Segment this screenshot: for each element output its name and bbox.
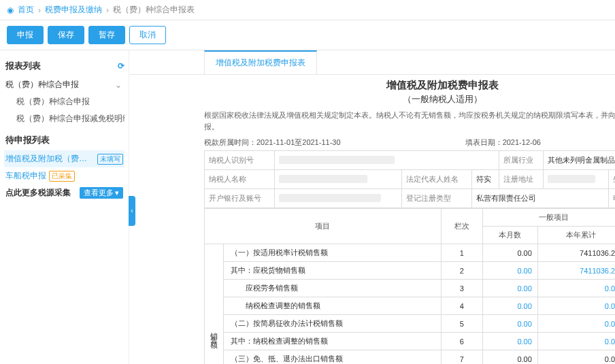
cell-col: 7 (441, 350, 482, 365)
cell-item: 应税劳务销售额 (224, 280, 442, 297)
stash-button[interactable]: 暂存 (88, 26, 125, 44)
see-more-button[interactable]: 查看更多▾ (80, 187, 123, 199)
cell-col: 4 (441, 297, 482, 315)
cell-value: 0.00 (483, 244, 538, 262)
pending-item-2[interactable]: 车船税申报 已采集 (4, 167, 124, 184)
declare-button[interactable]: 申报 (7, 26, 44, 44)
cell-item: 其中：纳税检查调整的销售额 (224, 333, 442, 350)
th-item: 项目 (205, 209, 442, 244)
crumb-home[interactable]: 首页 (18, 4, 34, 16)
cell-value[interactable]: 0.00 (483, 315, 538, 333)
val-industry: 其他未列明金属制品制造 (544, 151, 615, 170)
lbl-name: 纳税人名称 (205, 170, 275, 189)
cell-value[interactable]: 0.00 (537, 280, 615, 297)
val-nsrsbh (275, 151, 499, 170)
cell-value: 7411036.20 (537, 244, 615, 262)
cell-value[interactable]: 7411036.20 (537, 262, 615, 280)
lbl-regtype: 登记注册类型 (401, 189, 471, 208)
table-row: 纳税检查调整的销售额40.000.000.00 (205, 297, 616, 315)
cell-item: （三）免、抵、退办法出口销售额 (224, 350, 442, 365)
pending-item-1[interactable]: 增值税及附加税（费）申报（一般… 未填写 (4, 150, 124, 167)
chevron-right-icon: › (38, 5, 41, 15)
pending-title: 待申报列表 (5, 134, 50, 146)
cell-item: （二）按简易征收办法计税销售额 (224, 315, 442, 333)
val-legal: 符实 (472, 170, 499, 189)
cell-value[interactable]: 0.00 (483, 262, 538, 280)
pending-item-2-label: 车船税申报 (5, 170, 46, 182)
refresh-icon[interactable]: ⟳ (118, 61, 124, 71)
table-row: （三）免、抵、退办法出口销售额70.000.00-- (205, 350, 616, 365)
data-table: 项目 栏次 一般项目 即征即 本月数 本年累计 本月数 销售额（一）按适用税率计… (204, 208, 615, 364)
cell-item: （一）按适用税率计税销售额 (224, 244, 442, 262)
cell-value: 0.00 (483, 350, 538, 365)
val-regtype: 私营有限责任公司 (472, 189, 609, 208)
chevron-down-icon: ⌄ (115, 80, 122, 90)
cell-item: 纳税检查调整的销售额 (224, 297, 442, 315)
table-row: （二）按简易征收办法计税销售额50.000.000.00 (205, 315, 616, 333)
cell-value[interactable]: 0.00 (483, 280, 538, 297)
val-regaddr (544, 170, 608, 189)
cell-value[interactable]: 0.00 (537, 333, 615, 350)
lbl-bank: 开户银行及账号 (205, 189, 275, 208)
chevron-right-icon: › (106, 5, 109, 15)
fill-date-label: 填表日期：2021-12-06 (465, 137, 541, 148)
th-col: 栏次 (441, 209, 482, 244)
save-button[interactable]: 保存 (48, 26, 84, 44)
tree-child-1[interactable]: 税（费）种综合申报 (4, 93, 124, 110)
tree-child-2[interactable]: 税（费）种综合申报减免税明细… (4, 110, 124, 127)
period-label: 税款所属时间：2021-11-01至2021-11-30 (204, 137, 341, 148)
table-row: 其中：应税货物销售额20.007411036.200.00 (205, 262, 616, 280)
crumb-l1[interactable]: 税费申报及缴纳 (45, 4, 102, 16)
breadcrumb: ◉ 首页 › 税费申报及缴纳 › 税（费）种综合申报表 (0, 0, 615, 20)
th-general: 一般项目 (483, 209, 615, 227)
pending-item-2-tag: 已采集 (49, 171, 75, 182)
taxpayer-info-table: 纳税人识别号 所属行业 其他未列明金属制品制造 纳税人名称 法定代表人姓名 符实… (204, 150, 615, 208)
table-row: 应税劳务销售额30.000.000.00 (205, 280, 616, 297)
th-ytd: 本年累计 (537, 227, 615, 244)
cancel-button[interactable]: 取消 (129, 26, 166, 44)
form-subtitle: （一般纳税人适用） (204, 93, 615, 105)
cell-value[interactable]: 0.00 (537, 297, 615, 315)
lbl-bizaddr: 生产经营地址 (608, 170, 615, 189)
toolbar: 申报 保存 暂存 取消 (0, 20, 615, 50)
sidebar-collapse-handle[interactable]: ‹ (129, 196, 135, 226)
cell-value[interactable]: 0.00 (537, 315, 615, 333)
cell-value[interactable]: 0.00 (483, 297, 538, 315)
content-area: 增值税及附加税费申报表 增值税及附加税费申报表 （一般纳税人适用） 根据国家税收… (129, 50, 615, 364)
table-row: 其中：纳税检查调整的销售额60.000.000.00 (205, 333, 616, 350)
cell-col: 5 (441, 315, 482, 333)
pending-item-1-tag: 未填写 (97, 154, 123, 165)
tab-bar: 增值税及附加税费申报表 (129, 50, 615, 75)
lbl-industry: 所属行业 (499, 151, 544, 170)
cell-value[interactable]: 0.00 (483, 333, 538, 350)
lbl-nsrsbh: 纳税人识别号 (205, 151, 275, 170)
form-title: 增值税及附加税费申报表 (204, 79, 615, 92)
home-icon[interactable]: ◉ (7, 5, 14, 15)
crumb-l2: 税（费）种综合申报表 (113, 4, 195, 16)
pending-item-1-label: 增值税及附加税（费）申报（一般… (5, 153, 95, 165)
cell-item: 其中：应税货物销售额 (224, 262, 442, 280)
table-row: 销售额（一）按适用税率计税销售额10.007411036.200.00 (205, 244, 616, 262)
report-list-title: 报表列表 (5, 60, 41, 72)
lbl-phone: 电话号码 (608, 189, 615, 208)
tree-root[interactable]: 税（费）种综合申报 ⌄ (4, 76, 124, 93)
cell-col: 3 (441, 280, 482, 297)
lbl-legal: 法定代表人姓名 (401, 170, 471, 189)
form-note: 根据国家税收法律法规及增值税相关规定制定本表。纳税人不论有无销售额，均应按税务机… (204, 110, 615, 132)
cell-value: 0.00 (537, 350, 615, 365)
val-name (275, 170, 402, 189)
val-bank (275, 189, 402, 208)
th-month: 本月数 (483, 227, 538, 244)
tree-root-label: 税（费）种综合申报 (5, 79, 79, 90)
cell-col: 6 (441, 333, 482, 350)
chevron-down-icon: ▾ (115, 188, 119, 197)
tab-vat[interactable]: 增值税及附加税费申报表 (204, 50, 317, 74)
sidebar: 报表列表 ⟳ 税（费）种综合申报 ⌄ 税（费）种综合申报 税（费）种综合申报减免… (0, 50, 129, 364)
lbl-regaddr: 注册地址 (499, 170, 544, 189)
row-group-sales: 销售额 (205, 244, 224, 365)
more-sources-title: 点此更多税源采集 (5, 187, 71, 199)
cell-col: 1 (441, 244, 482, 262)
cell-col: 2 (441, 262, 482, 280)
